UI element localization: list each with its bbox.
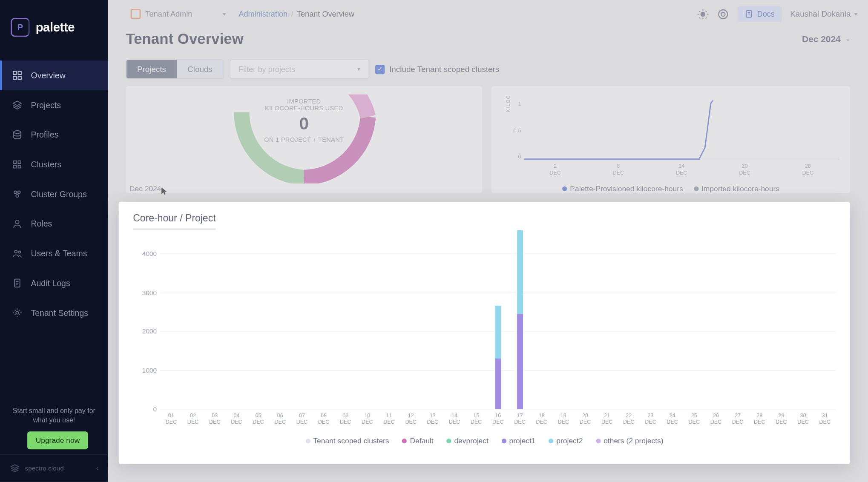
svg-point-16: [16, 311, 18, 314]
legend-item[interactable]: others (2 projects): [596, 436, 664, 445]
x-tick: 18DEC: [531, 413, 552, 426]
x-tick: 09DEC: [335, 413, 356, 426]
chevron-down-icon: ⌄: [845, 36, 850, 42]
tab-projects[interactable]: Projects: [126, 60, 177, 78]
sidebar-item-audit-logs[interactable]: Audit Logs: [0, 268, 108, 298]
nav-label: Tenant Settings: [31, 308, 88, 317]
target-icon[interactable]: [717, 8, 729, 20]
x-tick: 22DEC: [618, 413, 640, 426]
legend-item[interactable]: Palette-Provisioned kilocore-hours: [562, 184, 683, 193]
bug-icon[interactable]: [697, 8, 709, 20]
usage-donut-card: IMPORTED KILOCORE-HOURS USED 0 ON 1 PROJ…: [126, 86, 482, 193]
x-tick: 27DEC: [727, 413, 749, 426]
x-tick: 24DEC: [661, 413, 683, 426]
nav-label: Cluster Groups: [31, 189, 86, 199]
x-tick: 15DEC: [466, 413, 487, 426]
filter-projects-dropdown[interactable]: Filter by projects ▾: [230, 59, 369, 79]
groups-icon: [12, 189, 23, 199]
people-icon: [12, 248, 23, 259]
cursor-icon: [161, 187, 168, 195]
svg-rect-1: [18, 72, 21, 75]
tenant-dropdown[interactable]: Tenant Admin ▾: [125, 6, 232, 22]
legend-item[interactable]: project1: [501, 436, 535, 445]
svg-point-10: [17, 191, 20, 193]
sidebar-footer-brand[interactable]: spectro cloud ‹: [0, 454, 108, 482]
docs-button[interactable]: Docs: [738, 6, 782, 22]
chevron-down-icon: ▾: [854, 11, 857, 17]
x-tick: 23DEC: [640, 413, 661, 426]
document-icon: [744, 9, 753, 18]
svg-rect-3: [18, 76, 21, 79]
view-segmented: Projects Clouds: [126, 59, 224, 79]
x-tick: 16DEC: [487, 413, 509, 426]
svg-rect-7: [14, 165, 16, 168]
svg-rect-8: [18, 165, 21, 168]
x-tick: 21DEC: [596, 413, 618, 426]
x-tick: 02DEC: [182, 413, 204, 426]
x-tick: 28DEC: [749, 413, 770, 426]
upgrade-button[interactable]: Upgrade now: [27, 431, 88, 449]
tab-clouds[interactable]: Clouds: [177, 60, 223, 78]
layers-icon: [12, 100, 23, 110]
svg-rect-0: [13, 72, 16, 75]
donut-line1: IMPORTED: [224, 98, 384, 105]
grid-icon: [12, 159, 23, 170]
brand-logo: P palette: [0, 0, 108, 60]
svg-rect-6: [18, 161, 21, 164]
x-tick: 10DEC: [356, 413, 378, 426]
nav-label: Audit Logs: [31, 278, 70, 288]
chart-title: Core-hour / Project: [133, 212, 216, 230]
legend-item[interactable]: project2: [549, 436, 583, 445]
stack-icon: [12, 129, 23, 140]
sidebar-item-tenant-settings[interactable]: Tenant Settings: [0, 298, 108, 328]
x-tick: 01DEC: [160, 413, 182, 426]
document-icon: [12, 278, 23, 288]
donut-sub: ON 1 PROJECT + TENANT: [224, 136, 384, 143]
sidebar-item-cluster-groups[interactable]: Cluster Groups: [0, 179, 108, 209]
chevron-down-icon: ▾: [223, 11, 226, 17]
x-tick: 14DEC: [443, 413, 465, 426]
sidebar-item-overview[interactable]: Overview: [0, 60, 108, 90]
cloud-icon: [9, 463, 20, 473]
date-selector[interactable]: Dec 2024 ⌄: [802, 34, 850, 44]
sidebar-item-projects[interactable]: Projects: [0, 90, 108, 120]
user-menu[interactable]: Kaushal Dokania ▾: [790, 9, 857, 18]
sidebar-item-clusters[interactable]: Clusters: [0, 149, 108, 179]
legend-item[interactable]: Tenant scoped clusters: [305, 436, 389, 445]
tenant-icon: [131, 9, 141, 19]
x-tick: 11DEC: [378, 413, 400, 426]
x-tick: 05DEC: [247, 413, 269, 426]
x-tick: 26DEC: [705, 413, 727, 426]
svg-point-17: [701, 11, 706, 17]
x-tick: 06DEC: [269, 413, 291, 426]
bar-chart: 01000200030004000: [160, 253, 836, 409]
sidebar-item-users-teams[interactable]: Users & Teams: [0, 238, 108, 268]
chevron-left-icon: ‹: [96, 464, 99, 473]
legend-item[interactable]: devproject: [446, 436, 489, 445]
legend-item[interactable]: Imported kilocore-hours: [694, 184, 779, 193]
topbar: Tenant Admin ▾ Administration / Tenant O…: [108, 0, 868, 22]
x-tick: 17DEC: [509, 413, 531, 426]
svg-point-14: [18, 251, 20, 253]
upgrade-hint: Start small and only pay for what you us…: [9, 406, 100, 425]
x-tick: 30DEC: [792, 413, 814, 426]
breadcrumb: Administration / Tenant Overview: [239, 9, 354, 18]
donut-footnote: Dec 2024: [129, 185, 161, 193]
x-tick: 08DEC: [313, 413, 334, 426]
nav-label: Users & Teams: [31, 249, 87, 258]
nav-label: Clusters: [31, 160, 61, 169]
include-tenant-checkbox[interactable]: ✓ Include Tenant scoped clusters: [375, 64, 499, 74]
trend-card: KILOC 10.50 2DEC8DEC14DEC20DEC28DEC Pale…: [491, 86, 850, 193]
legend-item[interactable]: Default: [402, 436, 433, 445]
svg-rect-2: [13, 76, 16, 79]
nav-label: Overview: [31, 71, 65, 80]
person-icon: [12, 218, 23, 229]
x-tick: 04DEC: [226, 413, 247, 426]
sidebar-item-roles[interactable]: Roles: [0, 209, 108, 239]
filter-bar: Projects Clouds Filter by projects ▾ ✓ I…: [108, 55, 868, 86]
donut-line2: KILOCORE-HOURS USED: [224, 104, 384, 112]
breadcrumb-link[interactable]: Administration: [239, 9, 287, 18]
sidebar-item-profiles[interactable]: Profiles: [0, 120, 108, 150]
x-tick: 29DEC: [770, 413, 792, 426]
core-hour-chart-card: Core-hour / Project 01000200030004000 01…: [119, 202, 850, 464]
